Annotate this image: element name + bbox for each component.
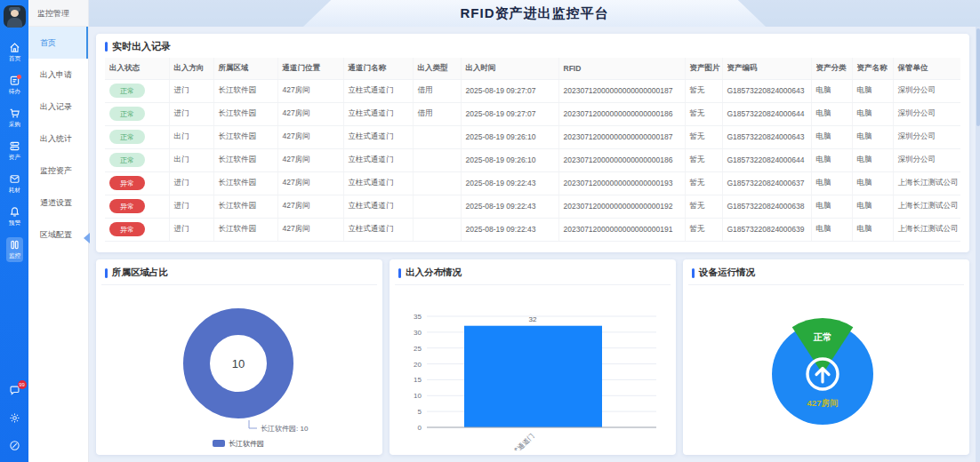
table-cell-gate-pos: 427房间	[277, 125, 343, 148]
table-cell-name: 电脑	[852, 102, 893, 125]
sidebar-item-materials[interactable]: 耗材	[6, 171, 23, 196]
table-cell-gate-name: 立柱式通道门	[343, 171, 413, 195]
table-cell-name: 电脑	[852, 218, 893, 241]
scrollbar[interactable]	[976, 27, 980, 462]
table-row[interactable]: 正常出门长江软件园427房间立柱式通道门2025-08-19 09:26:102…	[105, 125, 960, 148]
table-cell-code: G18573220824000643	[722, 125, 811, 148]
table-cell-gate-name: 立柱式通道门	[343, 148, 413, 171]
panel-title: 实时出入记录	[112, 40, 171, 53]
region-share-title: 所属区域占比	[112, 267, 168, 279]
table-cell-unit: 上海长江测试公司	[893, 171, 960, 195]
sidebar-item-monitoring[interactable]: 监控	[6, 237, 23, 262]
donut-callout-label: 长江软件园: 10	[261, 425, 309, 433]
table-cell-direction: 进门	[169, 102, 213, 125]
table-row[interactable]: 异常进门长江软件园427房间立柱式通道门2025-08-19 09:22:432…	[105, 218, 960, 241]
table-cell-name: 电脑	[852, 125, 893, 148]
status-badge: 异常	[109, 176, 145, 190]
table-cell-area: 长江软件园	[213, 102, 277, 125]
compass-icon[interactable]	[9, 439, 20, 455]
table-cell-name: 电脑	[852, 195, 893, 218]
scrollbar-thumb[interactable]	[976, 28, 980, 126]
status-badge: 正常	[109, 153, 145, 167]
svg-text:25: 25	[414, 345, 422, 353]
table-row[interactable]: 正常进门长江软件园427房间立柱式通道门借用2025-08-19 09:27:0…	[105, 102, 960, 125]
menu-item-region-config[interactable]: 区域配置	[28, 219, 88, 251]
legend-item-region[interactable]: 长江软件园	[213, 440, 264, 448]
table-cell-area: 长江软件园	[213, 195, 277, 218]
table-cell-unit: 上海长江测试公司	[893, 218, 960, 241]
table-row[interactable]: 正常出门长江软件园427房间立柱式通道门2025-08-19 09:26:102…	[105, 148, 960, 171]
sidebar-item-alerts[interactable]: 预警	[6, 204, 23, 229]
table-row[interactable]: 异常进门长江软件园427房间立柱式通道门2025-08-19 09:22:432…	[105, 195, 960, 218]
table-cell-rfid: 20230712000000000000000186	[558, 148, 685, 171]
table-cell-gate-name: 立柱式通道门	[343, 102, 413, 125]
avatar[interactable]	[4, 5, 26, 28]
column-header: 资产编码	[722, 58, 811, 79]
table-cell-status: 异常	[105, 195, 169, 218]
status-badge: 正常	[109, 130, 145, 144]
sidebar-item-todo[interactable]: 待办	[6, 73, 23, 98]
sidebar-item-home[interactable]: 首页	[6, 40, 23, 65]
table-cell-status: 异常	[105, 171, 169, 195]
column-header: 通道门位置	[277, 58, 343, 79]
table-cell-category: 电脑	[811, 125, 852, 148]
menu-item-channel-settings[interactable]: 通道设置	[28, 187, 88, 219]
entry-bar-chart: 35 30 25 20 15 10 5 0 32 立柱式通道门	[390, 285, 676, 450]
y-axis-tick-labels: 35 30 25 20 15 10 5 0	[414, 313, 422, 432]
page-title: RFID资产进出监控平台	[89, 0, 980, 27]
table-cell-type	[413, 148, 461, 171]
table-cell-time: 2025-08-19 09:27:07	[461, 79, 558, 102]
table-cell-time: 2025-08-19 09:27:07	[461, 102, 558, 125]
table-cell-category: 电脑	[811, 171, 852, 195]
table-row[interactable]: 异常进门长江软件园427房间立柱式通道门2025-08-19 09:22:432…	[105, 171, 960, 195]
menu-item-home[interactable]: 首页	[28, 27, 88, 59]
table-cell-status: 正常	[105, 102, 169, 125]
table-cell-type	[413, 195, 461, 218]
table-cell-gate-name: 立柱式通道门	[343, 125, 413, 148]
legend-swatch	[213, 440, 225, 447]
main-content: RFID资产进出监控平台 实时出入记录 出入状态出入方向所属区域通道门位置通道门…	[89, 0, 980, 462]
table-cell-type: 借用	[413, 102, 461, 125]
asset-icon	[9, 140, 20, 152]
message-badge: 99	[18, 380, 27, 389]
table-cell-time: 2025-08-19 09:26:10	[461, 125, 558, 148]
column-header: 资产名称	[852, 58, 893, 79]
table-row[interactable]: 正常进门长江软件园427房间立柱式通道门借用2025-08-19 09:27:0…	[105, 79, 960, 102]
sidebar-item-procurement[interactable]: 采购	[6, 106, 23, 131]
material-icon	[9, 173, 20, 185]
secondary-sidebar-title: 监控管理	[28, 0, 88, 27]
menu-item-monitored-assets[interactable]: 监控资产	[28, 155, 88, 187]
table-cell-rfid: 20230712000000000000000192	[558, 195, 685, 218]
table-cell-unit: 深圳分公司	[893, 148, 960, 171]
column-header: 出入时间	[461, 58, 558, 79]
table-cell-image: 暂无	[685, 195, 722, 218]
gauge-status-label: 正常	[814, 331, 832, 342]
bar-value-label: 32	[529, 315, 537, 323]
svg-text:30: 30	[414, 329, 422, 337]
settings-icon[interactable]	[9, 411, 20, 427]
legend-label: 长江软件园	[229, 440, 264, 448]
column-header: 出入方向	[169, 58, 213, 79]
table-cell-name: 电脑	[852, 171, 893, 195]
status-badge: 异常	[109, 199, 145, 213]
status-badge: 异常	[109, 222, 145, 236]
menu-item-entry-stats[interactable]: 出入统计	[28, 123, 88, 155]
menu-item-entry-records[interactable]: 出入记录	[28, 91, 88, 123]
status-badge: 正常	[109, 107, 145, 121]
column-header: 出入状态	[105, 58, 169, 79]
region-donut-chart: 10 长江软件园: 10 长江软件园	[96, 285, 382, 450]
menu-item-entry-apply[interactable]: 出入申请	[28, 59, 88, 91]
table-cell-code: G18573220824000644	[722, 102, 811, 125]
records-table: 出入状态出入方向所属区域通道门位置通道门名称出入类型出入时间RFID资产图片资产…	[105, 58, 960, 242]
status-badge: 正常	[109, 84, 145, 98]
table-cell-direction: 出门	[169, 148, 213, 171]
sidebar-item-assets[interactable]: 资产	[6, 139, 23, 163]
column-header: 出入类型	[413, 58, 461, 79]
bar-channel-gate[interactable]	[464, 326, 602, 427]
message-icon[interactable]: 99	[9, 384, 20, 400]
column-header: 资产图片	[685, 58, 722, 79]
sidebar-collapse-arrow-icon[interactable]	[84, 233, 90, 243]
alert-icon	[9, 206, 20, 218]
table-cell-image: 暂无	[685, 102, 722, 125]
home-icon	[9, 42, 20, 53]
